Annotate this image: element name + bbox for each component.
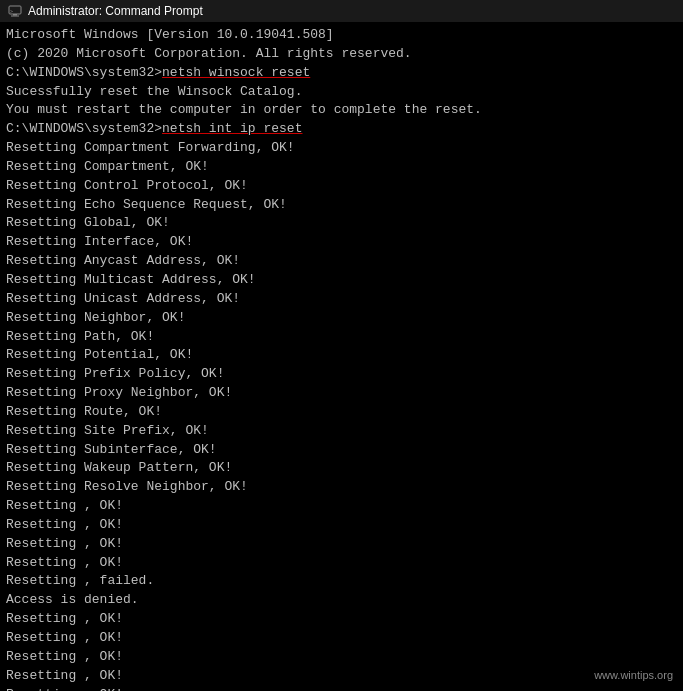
terminal-line: Resetting Wakeup Pattern, OK! <box>6 459 677 478</box>
prompt-text: C:\WINDOWS\system32> <box>6 65 162 80</box>
terminal-line: (c) 2020 Microsoft Corporation. All righ… <box>6 45 677 64</box>
terminal-line: Resetting , OK! <box>6 629 677 648</box>
terminal-line: Resetting Interface, OK! <box>6 233 677 252</box>
watermark: www.wintips.org <box>594 669 673 681</box>
terminal-line: Resetting Proxy Neighbor, OK! <box>6 384 677 403</box>
terminal-content: Microsoft Windows [Version 10.0.19041.50… <box>6 26 677 691</box>
terminal-line: Resetting , OK! <box>6 610 677 629</box>
terminal-line: Resetting , OK! <box>6 497 677 516</box>
terminal-line: Resetting , OK! <box>6 648 677 667</box>
terminal-line: You must restart the computer in order t… <box>6 101 677 120</box>
terminal-line: Resetting , OK! <box>6 535 677 554</box>
svg-rect-1 <box>13 14 17 16</box>
terminal-line: Resetting Multicast Address, OK! <box>6 271 677 290</box>
terminal-line: Resetting , OK! <box>6 554 677 573</box>
terminal-line: Resetting Prefix Policy, OK! <box>6 365 677 384</box>
terminal-line: Sucessfully reset the Winsock Catalog. <box>6 83 677 102</box>
terminal-line: Resetting Compartment Forwarding, OK! <box>6 139 677 158</box>
terminal-line: Resetting , OK! <box>6 686 677 691</box>
terminal-line: Resetting Global, OK! <box>6 214 677 233</box>
terminal-line: Resetting Echo Sequence Request, OK! <box>6 196 677 215</box>
terminal-line: Resetting Site Prefix, OK! <box>6 422 677 441</box>
terminal-line: Microsoft Windows [Version 10.0.19041.50… <box>6 26 677 45</box>
terminal-line: Resetting Control Protocol, OK! <box>6 177 677 196</box>
command-text: netsh winsock reset <box>162 65 310 80</box>
terminal-line: Resetting Resolve Neighbor, OK! <box>6 478 677 497</box>
cmd-icon: >_ <box>8 4 22 18</box>
svg-text:>_: >_ <box>10 8 17 15</box>
terminal-line: Resetting Path, OK! <box>6 328 677 347</box>
terminal-line: C:\WINDOWS\system32>netsh int ip reset <box>6 120 677 139</box>
terminal-body[interactable]: Microsoft Windows [Version 10.0.19041.50… <box>0 22 683 691</box>
cmd-window: >_ Administrator: Command Prompt Microso… <box>0 0 683 691</box>
terminal-line: Resetting , failed. <box>6 572 677 591</box>
prompt-text: C:\WINDOWS\system32> <box>6 121 162 136</box>
svg-rect-2 <box>11 16 19 17</box>
command-text: netsh int ip reset <box>162 121 302 136</box>
terminal-line: Resetting Unicast Address, OK! <box>6 290 677 309</box>
title-bar: >_ Administrator: Command Prompt <box>0 0 683 22</box>
terminal-line: Resetting Route, OK! <box>6 403 677 422</box>
terminal-line: C:\WINDOWS\system32>netsh winsock reset <box>6 64 677 83</box>
terminal-line: Resetting , OK! <box>6 667 677 686</box>
terminal-line: Resetting Neighbor, OK! <box>6 309 677 328</box>
terminal-line: Resetting Anycast Address, OK! <box>6 252 677 271</box>
terminal-line: Resetting , OK! <box>6 516 677 535</box>
terminal-line: Resetting Potential, OK! <box>6 346 677 365</box>
terminal-line: Resetting Subinterface, OK! <box>6 441 677 460</box>
terminal-line: Access is denied. <box>6 591 677 610</box>
title-bar-text: Administrator: Command Prompt <box>28 4 675 18</box>
terminal-line: Resetting Compartment, OK! <box>6 158 677 177</box>
